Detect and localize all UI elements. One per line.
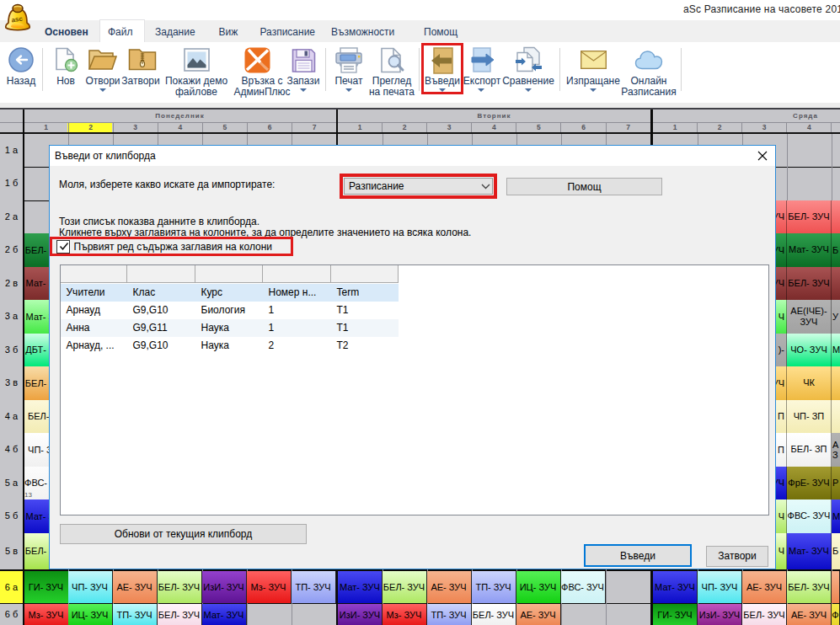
svg-text:asc: asc	[11, 15, 24, 24]
